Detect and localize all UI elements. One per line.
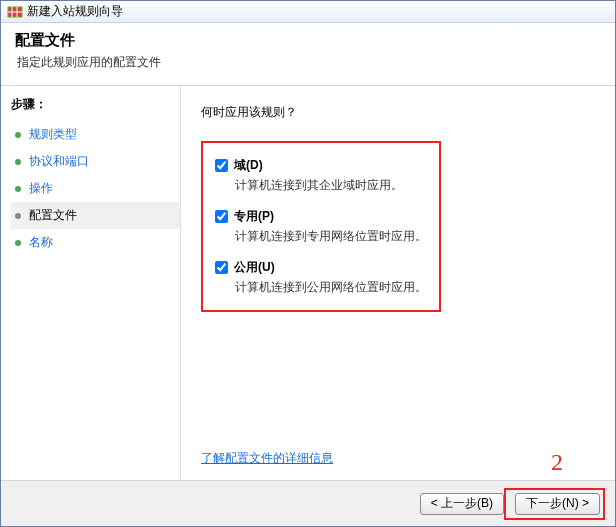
page-title: 配置文件 xyxy=(15,31,601,50)
window-title: 新建入站规则向导 xyxy=(27,3,123,20)
option-public: 公用(U) 计算机连接到公用网络位置时应用。 xyxy=(215,259,427,296)
public-checkbox[interactable] xyxy=(215,261,228,274)
public-label: 公用(U) xyxy=(234,259,275,276)
step-rule-type[interactable]: 规则类型 xyxy=(11,121,180,148)
back-button-label: < 上一步(B) xyxy=(431,495,493,512)
private-checkbox[interactable] xyxy=(215,210,228,223)
next-button-highlight: 下一步(N) > xyxy=(504,488,605,520)
step-label: 操作 xyxy=(29,180,53,197)
step-label: 名称 xyxy=(29,234,53,251)
page-subtitle: 指定此规则应用的配置文件 xyxy=(17,54,601,71)
step-profile[interactable]: 配置文件 xyxy=(11,202,180,229)
bullet-icon xyxy=(15,240,21,246)
learn-more-link[interactable]: 了解配置文件的详细信息 xyxy=(201,450,333,467)
bullet-icon xyxy=(15,186,21,192)
titlebar: 新建入站规则向导 xyxy=(1,1,615,23)
profile-options-group: 域(D) 计算机连接到其企业域时应用。 专用(P) 计算机连接到专用网络位置时应… xyxy=(201,141,441,312)
back-button[interactable]: < 上一步(B) xyxy=(420,493,504,515)
next-button[interactable]: 下一步(N) > xyxy=(515,493,600,515)
option-private: 专用(P) 计算机连接到专用网络位置时应用。 xyxy=(215,208,427,245)
next-button-label: 下一步(N) > xyxy=(526,495,589,512)
step-name[interactable]: 名称 xyxy=(11,229,180,256)
domain-checkbox[interactable] xyxy=(215,159,228,172)
bullet-icon xyxy=(15,159,21,165)
step-label: 协议和端口 xyxy=(29,153,89,170)
step-label: 配置文件 xyxy=(29,207,77,224)
wizard-main: 何时应用该规则？ 域(D) 计算机连接到其企业域时应用。 专用(P) 计算机连接… xyxy=(181,86,615,481)
domain-desc: 计算机连接到其企业域时应用。 xyxy=(235,177,427,194)
option-domain: 域(D) 计算机连接到其企业域时应用。 xyxy=(215,157,427,194)
annotation-2: 2 xyxy=(551,449,563,476)
wizard-header: 配置文件 指定此规则应用的配置文件 xyxy=(1,23,615,86)
private-label: 专用(P) xyxy=(234,208,274,225)
steps-heading: 步骤： xyxy=(11,96,180,113)
wizard-sidebar: 步骤： 规则类型 协议和端口 操作 配置文件 名称 xyxy=(1,86,181,481)
domain-label: 域(D) xyxy=(234,157,263,174)
firewall-icon xyxy=(7,4,23,20)
step-label: 规则类型 xyxy=(29,126,77,143)
private-desc: 计算机连接到专用网络位置时应用。 xyxy=(235,228,427,245)
step-action[interactable]: 操作 xyxy=(11,175,180,202)
bullet-icon xyxy=(15,132,21,138)
step-protocol-port[interactable]: 协议和端口 xyxy=(11,148,180,175)
bullet-icon xyxy=(15,213,21,219)
question-label: 何时应用该规则？ xyxy=(201,104,595,121)
public-desc: 计算机连接到公用网络位置时应用。 xyxy=(235,279,427,296)
wizard-footer: < 上一步(B) 下一步(N) > xyxy=(1,480,615,526)
